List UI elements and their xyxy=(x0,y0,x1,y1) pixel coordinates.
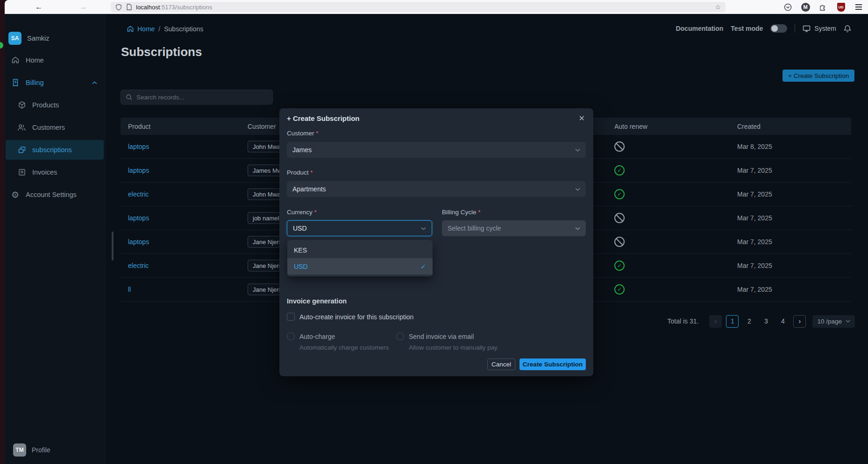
sidebar-item-invoices[interactable]: Invoices xyxy=(6,162,104,182)
gear-icon: ⚙ xyxy=(11,190,20,199)
send-invoice-option: Send invoice via email xyxy=(396,332,474,340)
sidebar-item-customers[interactable]: Customers xyxy=(6,118,104,137)
breadcrumb-home-link[interactable]: Home xyxy=(127,25,155,33)
auto-renew-icon xyxy=(614,213,625,223)
send-invoice-radio[interactable] xyxy=(396,332,404,340)
product-select[interactable]: Apartments xyxy=(287,181,586,197)
auto-renew-icon xyxy=(614,141,625,152)
pagination-page-4[interactable]: 4 xyxy=(776,315,789,328)
column-header-product: Product xyxy=(128,123,150,130)
sidebar-item-home[interactable]: Home xyxy=(6,50,104,70)
auto-renew-icon xyxy=(614,189,625,199)
puzzle-extensions-icon[interactable] xyxy=(817,0,829,14)
browser-toolbar: ← → localhost:5173/subscriptions ☆ M UD xyxy=(5,0,868,14)
sidebar: SA Samkiz Home Billing Products xyxy=(5,14,106,464)
workspace-row[interactable]: SA Samkiz xyxy=(6,28,104,48)
pagination: Total is 31. ‹ 1 2 3 4 › 10 /page xyxy=(668,315,855,328)
currency-field-label: Currency * xyxy=(287,209,317,216)
sidebar-item-label: Billing xyxy=(26,79,44,86)
sidebar-item-account-settings[interactable]: ⚙ Account Settings xyxy=(6,185,104,204)
radio-label: Send invoice via email xyxy=(409,333,474,340)
sidebar-item-label: Products xyxy=(32,101,59,109)
breadcrumb: Home / Subscriptions xyxy=(127,25,203,33)
currency-select[interactable]: USD xyxy=(287,220,432,236)
chevron-down-icon xyxy=(575,227,580,230)
auto-charge-radio[interactable] xyxy=(287,332,295,340)
auto-renew-icon xyxy=(614,237,625,247)
sidebar-item-label: Invoices xyxy=(32,169,57,176)
divider xyxy=(795,24,795,33)
customer-field-label: Customer * xyxy=(287,130,319,137)
chevron-down-icon xyxy=(846,320,850,323)
cancel-button[interactable]: Cancel xyxy=(487,359,515,370)
browser-menu-icon[interactable] xyxy=(853,0,865,14)
product-link[interactable]: laptops xyxy=(128,238,149,246)
pagination-page-1[interactable]: 1 xyxy=(726,315,739,328)
page-icon[interactable] xyxy=(126,4,132,10)
home-icon xyxy=(11,56,20,65)
auto-renew-icon xyxy=(614,284,625,295)
chevron-up-icon xyxy=(92,81,97,84)
column-header-created: Created xyxy=(737,123,761,130)
ublock-extension-icon[interactable]: UD xyxy=(835,0,847,14)
test-mode-label: Test mode xyxy=(731,25,763,32)
page-size-select[interactable]: 10 /page xyxy=(812,315,855,328)
created-date: Mar 7, 2025 xyxy=(737,262,772,269)
close-icon[interactable]: ✕ xyxy=(579,114,585,123)
product-link[interactable]: electric xyxy=(128,262,149,269)
pagination-prev-button[interactable]: ‹ xyxy=(709,315,722,328)
auto-create-invoice-checkbox[interactable] xyxy=(287,313,295,321)
search-box xyxy=(121,90,273,105)
product-link[interactable]: electric xyxy=(128,190,149,198)
invoice-generation-heading: Invoice generation xyxy=(287,297,347,305)
pagination-next-button[interactable]: › xyxy=(793,315,806,328)
auto-renew-icon xyxy=(614,165,625,176)
pagination-total: Total is 31. xyxy=(668,317,699,325)
documentation-link[interactable]: Documentation xyxy=(676,25,723,32)
product-link[interactable]: laptops xyxy=(128,167,149,174)
bookmark-star-icon[interactable]: ☆ xyxy=(715,3,721,11)
scrollbar-thumb[interactable] xyxy=(112,232,114,260)
sidebar-item-subscriptions[interactable]: subscriptions xyxy=(6,140,104,160)
cube-icon xyxy=(17,101,26,110)
modal-title: + Create Subscription xyxy=(287,114,359,122)
breadcrumb-separator: / xyxy=(158,25,160,33)
header-actions: Documentation Test mode System xyxy=(676,24,851,33)
profile-row[interactable]: TM Profile xyxy=(6,440,104,460)
created-date: Mar 7, 2025 xyxy=(737,286,772,293)
currency-option-usd[interactable]: USD ✓ xyxy=(287,258,433,274)
currency-option-kes[interactable]: KES xyxy=(287,242,433,258)
chevron-down-icon xyxy=(575,148,580,152)
shield-icon[interactable] xyxy=(115,4,122,11)
workspace-name: Samkiz xyxy=(27,35,50,42)
pagination-page-3[interactable]: 3 xyxy=(760,315,772,328)
product-link[interactable]: ll xyxy=(128,286,131,293)
billing-cycle-select[interactable]: Select billing cycle xyxy=(442,220,586,236)
modal-create-subscription-button[interactable]: Create Subscription xyxy=(519,359,586,370)
browser-back-button[interactable]: ← xyxy=(32,0,45,14)
url-bar[interactable]: localhost:5173/subscriptions ☆ xyxy=(111,2,726,12)
workspace-avatar: SA xyxy=(8,32,21,45)
product-link[interactable]: laptops xyxy=(128,214,149,222)
auto-charge-option: Auto-charge xyxy=(287,332,335,340)
theme-selector[interactable]: System xyxy=(803,25,836,32)
pocket-extension-icon[interactable] xyxy=(782,0,794,14)
product-link[interactable]: laptops xyxy=(128,143,149,150)
browser-forward-button[interactable]: → xyxy=(77,0,90,14)
create-subscription-button[interactable]: + Create Subscription xyxy=(783,70,854,82)
sidebar-item-label: Account Settings xyxy=(26,191,77,198)
sidebar-item-products[interactable]: Products xyxy=(6,95,104,115)
pagination-page-2[interactable]: 2 xyxy=(743,315,755,328)
screen: ← → localhost:5173/subscriptions ☆ M UD xyxy=(0,0,868,464)
desktop-edge-strip xyxy=(0,0,5,464)
send-invoice-description: Allow customer to manually pay xyxy=(409,344,498,351)
search-input[interactable] xyxy=(136,94,268,101)
invoice-icon xyxy=(17,168,26,177)
sidebar-item-billing[interactable]: Billing xyxy=(6,73,104,92)
customer-select[interactable]: James xyxy=(287,142,586,158)
notifications-bell-icon[interactable] xyxy=(844,25,851,33)
account-extension-icon[interactable]: M xyxy=(799,0,811,14)
test-mode-toggle[interactable] xyxy=(770,24,787,33)
monitor-icon xyxy=(803,25,811,32)
sidebar-item-label: Customers xyxy=(32,124,65,131)
